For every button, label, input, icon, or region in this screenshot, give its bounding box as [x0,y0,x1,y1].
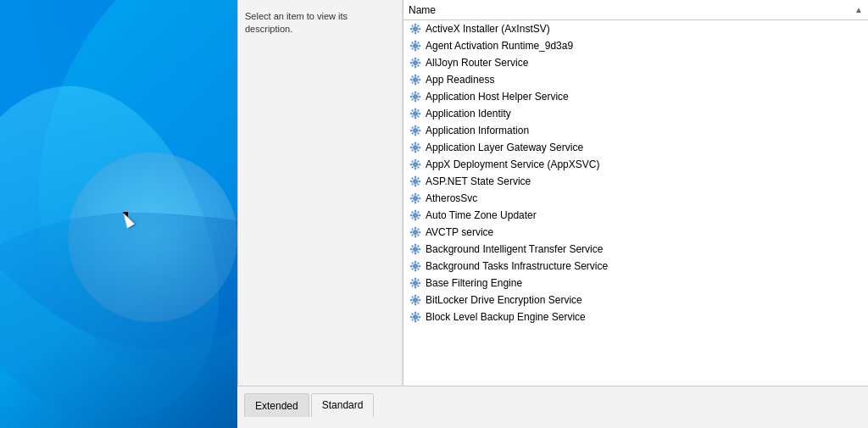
svg-rect-129 [410,265,413,267]
svg-rect-93 [410,197,413,199]
service-item[interactable]: AppX Deployment Service (AppXSVC) [403,156,868,173]
service-item[interactable]: BitLocker Drive Encryption Service [403,292,868,308]
svg-rect-148 [419,299,421,301]
svg-rect-68 [411,143,413,145]
svg-rect-31 [419,79,421,81]
column-name-header[interactable]: Name [409,4,854,16]
svg-rect-150 [417,296,419,297]
service-item[interactable]: Background Intelligent Transfer Service [403,241,868,258]
svg-rect-138 [410,282,413,284]
svg-rect-127 [415,261,416,264]
svg-rect-69 [417,143,419,145]
svg-rect-73 [415,159,416,162]
svg-point-36 [413,94,417,98]
svg-rect-83 [415,185,416,187]
service-name: AllJoyn Router Service [426,57,528,69]
service-item[interactable]: ActiveX Installer (AxInstSV) [403,20,868,37]
svg-rect-136 [415,278,416,281]
svg-rect-60 [417,126,419,128]
tab-standard[interactable]: Standard [311,393,375,417]
svg-rect-139 [419,282,421,284]
svg-rect-58 [419,130,421,131]
service-icon [409,73,422,86]
svg-rect-131 [411,262,413,264]
svg-rect-104 [411,211,413,213]
service-item[interactable]: Block Level Backup Engine Service [403,308,868,325]
service-item[interactable]: Application Layer Gateway Service [403,139,868,156]
svg-rect-94 [419,197,421,199]
service-item[interactable]: Base Filtering Engine [403,275,868,292]
service-name: AVCTP service [426,226,493,238]
bottom-tabs: Extended Standard [237,386,868,428]
svg-rect-156 [410,316,413,318]
svg-rect-119 [415,253,416,255]
svg-rect-80 [417,166,419,168]
svg-rect-113 [411,228,413,230]
svg-rect-95 [411,194,413,196]
service-list[interactable]: ActiveX Installer (AxInstSV) Agent Activ… [403,20,868,386]
svg-rect-43 [411,98,413,100]
service-item[interactable]: Agent Activation Runtime_9d3a9 [403,37,868,54]
service-item[interactable]: AllJoyn Router Service [403,54,868,71]
service-list-panel[interactable]: Name ▲ ActiveX Installer (AxInstSV) Agen… [403,0,868,386]
service-name: AppX Deployment Service (AppXSVC) [426,158,599,170]
svg-rect-46 [415,108,416,111]
service-icon [409,90,422,103]
svg-rect-89 [417,183,419,185]
service-icon [409,259,422,273]
scroll-indicator: ▲ [854,5,863,14]
service-name: Auto Time Zone Updater [426,209,537,221]
svg-rect-29 [415,83,416,86]
service-icon [409,293,422,307]
svg-rect-85 [419,181,421,182]
svg-rect-151 [411,302,413,303]
service-item[interactable]: Auto Time Zone Updater [403,207,868,224]
svg-rect-97 [411,200,413,202]
service-icon [409,124,422,137]
svg-rect-22 [419,62,421,64]
service-icon [409,242,422,256]
svg-rect-53 [417,115,419,117]
list-header[interactable]: Name ▲ [403,0,868,20]
svg-rect-147 [410,299,413,301]
svg-rect-130 [419,265,421,267]
mouse-cursor [123,212,136,231]
svg-rect-7 [411,31,413,32]
svg-rect-145 [415,295,416,297]
service-name: Application Identity [426,108,511,120]
svg-rect-23 [411,58,413,60]
svg-rect-74 [415,168,416,170]
svg-rect-38 [415,100,416,103]
service-icon [409,225,422,239]
svg-rect-48 [410,113,413,114]
service-item[interactable]: Application Host Helper Service [403,88,868,105]
svg-rect-91 [415,193,416,196]
svg-rect-154 [415,312,416,314]
svg-rect-79 [411,166,413,168]
svg-rect-50 [411,109,413,111]
svg-rect-30 [410,79,413,81]
service-item[interactable]: Application Information [403,122,868,139]
svg-rect-14 [411,42,413,43]
svg-rect-77 [411,160,413,162]
svg-rect-140 [411,279,413,281]
svg-rect-87 [417,177,419,179]
service-item[interactable]: Background Tasks Infrastructure Service [403,258,868,275]
svg-point-90 [413,196,417,200]
tab-extended[interactable]: Extended [244,393,309,417]
service-item[interactable]: App Readiness [403,71,868,88]
svg-rect-96 [417,194,419,196]
service-item[interactable]: AtherosSvc [403,190,868,207]
service-item[interactable]: ASP.NET State Service [403,173,868,190]
svg-rect-107 [417,217,419,219]
service-item[interactable]: Application Identity [403,105,868,122]
svg-rect-125 [417,251,419,253]
svg-rect-86 [411,177,413,179]
svg-rect-59 [411,126,413,128]
svg-rect-122 [411,245,413,247]
service-icon [409,22,422,36]
svg-rect-141 [417,279,419,281]
service-item[interactable]: AVCTP service [403,224,868,241]
svg-rect-102 [410,214,413,216]
svg-rect-17 [417,47,419,49]
